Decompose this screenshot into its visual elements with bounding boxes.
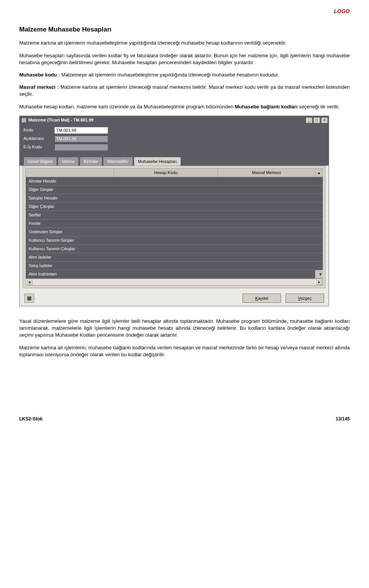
kodu-input[interactable] xyxy=(54,127,108,134)
row-label[interactable]: Sarflar xyxy=(26,211,114,219)
col-masraf-merkezi[interactable]: Masraf Merkezi xyxy=(218,169,315,177)
row-label[interactable]: Diğer Girişler xyxy=(26,186,114,194)
scroll-gutter xyxy=(315,194,323,203)
minimize-button[interactable]: _ xyxy=(306,117,312,123)
scroll-gutter xyxy=(315,219,323,228)
table-row[interactable]: Sarflar xyxy=(26,211,323,219)
row-label[interactable]: Kullanıcı Tanımlı Çıkışlar xyxy=(26,245,114,253)
masraf-merkezi-cell[interactable] xyxy=(218,262,315,270)
material-dialog: Malzeme (Ticari Mal) - TM.001.99 _ □ × K… xyxy=(19,116,329,306)
scroll-up-button[interactable]: ▴ xyxy=(315,169,323,177)
hesap-kodu-cell[interactable] xyxy=(114,228,218,236)
hesap-kodu-cell[interactable] xyxy=(114,203,218,211)
table-row[interactable]: Diğer Çıkışlar xyxy=(26,203,323,211)
maximize-button[interactable]: □ xyxy=(313,117,320,123)
masraf-merkezi-cell[interactable] xyxy=(218,177,315,186)
footer-left: LKS2-Stok xyxy=(19,416,43,422)
paragraph-3: Muhasebe kodu : Malzemeye ait işlemlerin… xyxy=(19,71,350,78)
paragraph-5b-bold: Muhasebe bağlantı kodları xyxy=(235,104,298,110)
table-row[interactable]: Alım İadeler xyxy=(26,253,323,262)
titlebar[interactable]: Malzeme (Ticari Mal) - TM.001.99 _ □ × xyxy=(20,116,329,125)
masraf-merkezi-cell[interactable] xyxy=(218,211,315,219)
hesap-kodu-cell[interactable] xyxy=(114,262,218,270)
scroll-gutter xyxy=(315,203,323,211)
hesap-kodu-cell[interactable] xyxy=(114,270,218,279)
masraf-merkezi-cell[interactable] xyxy=(218,270,315,279)
row-label[interactable]: Diğer Çıkışlar xyxy=(26,203,114,211)
table-row[interactable]: Satış İadeler xyxy=(26,262,323,270)
cancel-button[interactable]: Vazgeç xyxy=(286,294,324,303)
hesap-kodu-cell[interactable] xyxy=(114,211,218,219)
masraf-merkezi-label: Masraf merkezi : xyxy=(19,84,59,90)
hesap-kodu-cell[interactable] xyxy=(114,186,218,194)
tab-muhasebe-hesaplari[interactable]: Muhasebe Hesapları xyxy=(134,157,181,166)
label-aciklamasi: Açıklaması xyxy=(23,136,54,141)
hesap-kodu-cell[interactable] xyxy=(114,219,218,228)
masraf-merkezi-cell[interactable] xyxy=(218,203,315,211)
page-title: Malzeme Muhasebe Hesapları xyxy=(19,25,350,34)
row-label[interactable]: Fireler xyxy=(26,219,114,228)
horizontal-scrollbar[interactable]: ◂ ▸ xyxy=(25,279,323,286)
eis-kodu-field[interactable] xyxy=(54,144,108,151)
tab-alternatifler[interactable]: Alternatifler xyxy=(103,157,133,166)
row-label[interactable]: Üretimden Girişler xyxy=(26,228,114,236)
table-row[interactable]: Diğer Girişler xyxy=(26,186,323,194)
close-button[interactable]: × xyxy=(321,117,328,123)
row-label[interactable]: Alım İndirimleri xyxy=(26,270,114,279)
scroll-gutter xyxy=(315,186,323,194)
hesap-kodu-cell[interactable] xyxy=(114,236,218,245)
paragraph-1: Malzeme kartına ait işlemlerin muhasebel… xyxy=(19,40,350,47)
table-row[interactable]: Satışlar Hesabı xyxy=(26,194,323,203)
hesap-kodu-cell[interactable] xyxy=(114,194,218,203)
table-row[interactable]: Kullanıcı Tanımlı Çıkışlar xyxy=(26,245,323,253)
masraf-merkezi-cell[interactable] xyxy=(218,219,315,228)
masraf-merkezi-cell[interactable] xyxy=(218,186,315,194)
row-label[interactable]: Alım İadeler xyxy=(26,253,114,262)
tab-strip: Genel Bilgiler İzleme Birimler Alternati… xyxy=(20,154,329,166)
scroll-gutter xyxy=(315,211,323,219)
row-label[interactable]: Satış İadeler xyxy=(26,262,114,270)
save-button[interactable]: Kaydet xyxy=(243,294,281,303)
scroll-gutter xyxy=(315,262,323,270)
masraf-merkezi-cell[interactable] xyxy=(218,245,315,253)
col-name[interactable] xyxy=(26,169,114,177)
scroll-gutter xyxy=(315,245,323,253)
tab-izleme[interactable]: İzleme xyxy=(58,157,78,166)
scroll-gutter xyxy=(315,236,323,245)
masraf-merkezi-cell[interactable] xyxy=(218,194,315,203)
masraf-merkezi-cell[interactable] xyxy=(218,228,315,236)
hesap-kodu-cell[interactable] xyxy=(114,177,218,186)
accounts-table: Hesap Kodu Masraf Merkezi ▴ Alımlar Hesa… xyxy=(25,168,323,279)
masraf-merkezi-cell[interactable] xyxy=(218,236,315,245)
label-eis-kodu: E-İş Kodu xyxy=(23,144,54,150)
paragraph-5a: Muhasebe hesap kodları, malzeme kartı üz… xyxy=(19,104,235,110)
tab-birimler[interactable]: Birimler xyxy=(80,157,102,166)
row-label[interactable]: Alımlar Hesabı xyxy=(26,177,114,186)
tab-genel-bilgiler[interactable]: Genel Bilgiler xyxy=(23,157,57,166)
hesap-kodu-cell[interactable] xyxy=(114,245,218,253)
scroll-gutter xyxy=(315,177,323,186)
footer-page: 13/145 xyxy=(336,416,350,422)
paragraph-6: Yasal düzenlemelere göre malzeme ilgili … xyxy=(19,318,350,339)
table-row[interactable]: Kullanıcı Tanımlı Girişler xyxy=(26,236,323,245)
brand-header: LOGO xyxy=(19,8,350,15)
table-row[interactable]: Üretimden Girişler xyxy=(26,228,323,236)
scroll-gutter[interactable]: ▾ xyxy=(315,270,323,279)
scroll-left-button[interactable]: ◂ xyxy=(26,279,33,285)
masraf-merkezi-cell[interactable] xyxy=(218,253,315,262)
paragraph-7: Malzeme kartına ait işlemlerin, muhasebe… xyxy=(19,344,350,358)
aciklamasi-field[interactable]: TM.001.99 xyxy=(54,135,108,142)
row-label[interactable]: Satışlar Hesabı xyxy=(26,194,114,203)
row-label[interactable]: Kullanıcı Tanımlı Girişler xyxy=(26,236,114,245)
masraf-merkezi-text: Malzeme kartına ait işlemlerin izleneceğ… xyxy=(19,84,350,97)
scroll-gutter xyxy=(315,228,323,236)
table-row[interactable]: Fireler xyxy=(26,219,323,228)
scroll-right-button[interactable]: ▸ xyxy=(316,279,322,285)
col-hesap-kodu[interactable]: Hesap Kodu xyxy=(114,169,218,177)
hesap-kodu-cell[interactable] xyxy=(114,253,218,262)
table-row[interactable]: Alım İndirimleri▾ xyxy=(26,270,323,279)
window-title: Malzeme (Ticari Mal) - TM.001.99 xyxy=(28,117,306,123)
options-button[interactable]: ▦ xyxy=(24,294,34,303)
table-row[interactable]: Alımlar Hesabı xyxy=(26,177,323,186)
paragraph-4: Masraf merkezi : Malzeme kartına ait işl… xyxy=(19,84,350,98)
